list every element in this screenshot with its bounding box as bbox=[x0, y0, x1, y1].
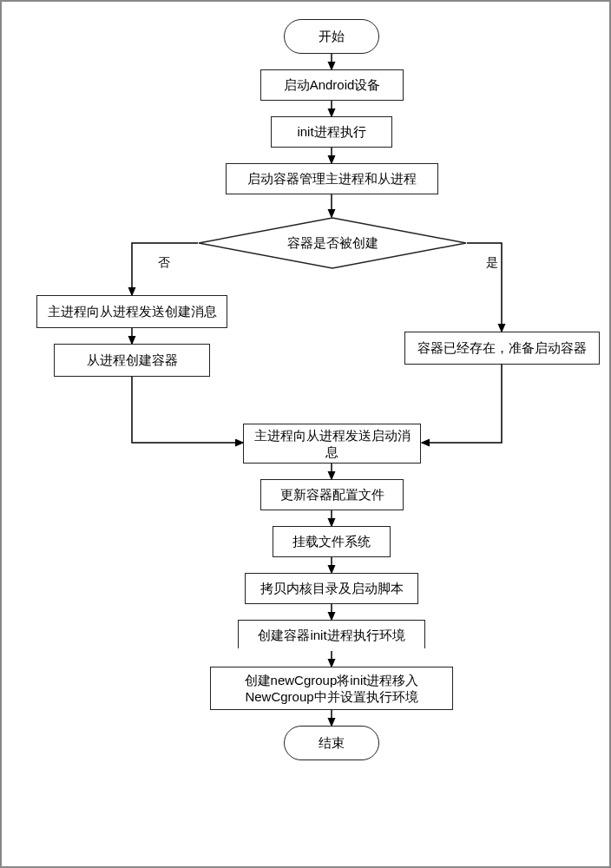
step-master-send-start: 主进程向从进程发送启动消息 bbox=[243, 424, 421, 464]
step-boot-android: 启动Android设备 bbox=[260, 69, 404, 101]
step-copy-kernel: 拷贝内核目录及启动脚本 bbox=[245, 573, 418, 604]
step-new-cgroup: 创建newCgroup将init进程移入NewCgroup中并设置执行环境 bbox=[210, 667, 453, 710]
edge-label-yes: 是 bbox=[486, 255, 498, 271]
step-update-config: 更新容器配置文件 bbox=[260, 479, 404, 510]
step-label: 更新容器配置文件 bbox=[280, 486, 384, 503]
step-label: 容器已经存在，准备启动容器 bbox=[417, 339, 587, 357]
step-container-exists: 容器已经存在，准备启动容器 bbox=[404, 332, 600, 365]
decision-label: 容器是否被创建 bbox=[287, 234, 378, 252]
step-start-managers: 启动容器管理主进程和从进程 bbox=[226, 163, 438, 194]
step-label: 挂载文件系统 bbox=[292, 533, 371, 550]
step-label: 主进程向从进程发送创建消息 bbox=[48, 303, 217, 320]
step-label: 创建newCgroup将init进程移入NewCgroup中并设置执行环境 bbox=[218, 672, 445, 706]
step-label: 主进程向从进程发送启动消息 bbox=[251, 427, 413, 461]
step-label: 拷贝内核目录及启动脚本 bbox=[260, 580, 404, 597]
step-label: 创建容器init进程执行环境 bbox=[258, 627, 404, 644]
step-label: 启动Android设备 bbox=[284, 76, 381, 94]
step-label: 启动容器管理主进程和从进程 bbox=[247, 170, 417, 187]
end-label: 结束 bbox=[319, 734, 345, 752]
step-create-init-env: 创建容器init进程执行环境 bbox=[238, 620, 425, 651]
start-label: 开始 bbox=[319, 28, 345, 45]
edge-label-no: 否 bbox=[158, 255, 170, 271]
end-terminator-final: 结束 bbox=[284, 726, 379, 760]
step-init-exec: init进程执行 bbox=[271, 116, 392, 148]
step-master-send-create: 主进程向从进程发送创建消息 bbox=[36, 295, 227, 328]
step-label: 从进程创建容器 bbox=[87, 352, 178, 369]
step-slave-create-container: 从进程创建容器 bbox=[54, 344, 210, 377]
start-terminator: 开始 bbox=[284, 19, 379, 54]
step-mount-fs: 挂载文件系统 bbox=[273, 526, 391, 557]
step-label: init进程执行 bbox=[297, 123, 365, 141]
decision-container-created: 容器是否被创建 bbox=[198, 217, 467, 269]
